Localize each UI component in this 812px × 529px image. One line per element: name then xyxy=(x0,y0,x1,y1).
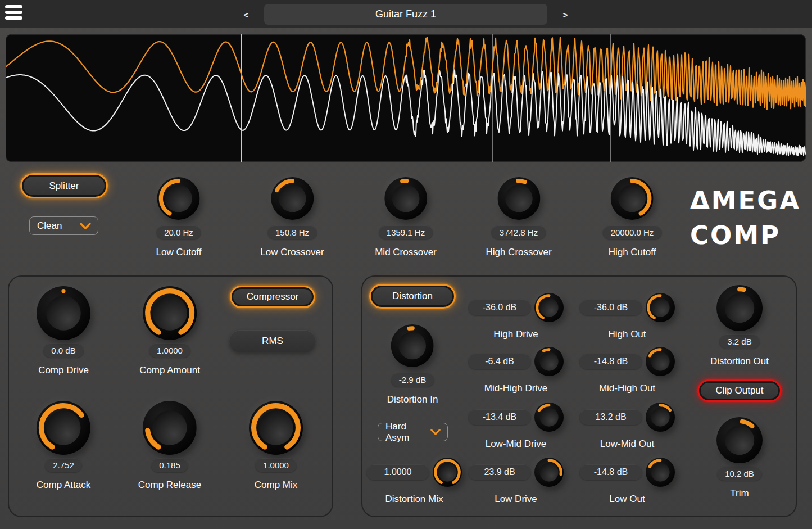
comp-mix-label: Comp Mix xyxy=(255,480,298,491)
mid-high-out-knob[interactable] xyxy=(646,347,675,376)
low-mid-drive-knob[interactable] xyxy=(534,403,564,432)
distortion-in-knob[interactable] xyxy=(391,324,434,367)
low-cutoff-value[interactable]: 20.0 Hz xyxy=(156,225,201,239)
low-drive-knob[interactable] xyxy=(534,458,564,487)
low-cutoff-knob[interactable] xyxy=(157,177,200,220)
mid-high-drive-label: Mid-High Drive xyxy=(484,383,547,394)
clip-output-button[interactable]: Clip Output xyxy=(697,379,782,402)
distortion-mix-knob[interactable] xyxy=(433,458,462,487)
high-cutoff-label: High Cutoff xyxy=(609,247,656,258)
high-drive-label: High Drive xyxy=(493,329,538,340)
comp-attack-value[interactable]: 2.752 xyxy=(45,458,82,472)
preset-next-button[interactable]: > xyxy=(559,8,572,21)
high-out-label: High Out xyxy=(608,329,646,340)
high-crossover-value[interactable]: 3742.8 Hz xyxy=(492,225,546,239)
distortion-in-value[interactable]: -2.9 dB xyxy=(391,373,434,387)
low-mid-drive-label: Low-Mid Drive xyxy=(486,438,547,450)
comp-mix-knob[interactable] xyxy=(249,401,303,455)
compressor-toggle-button[interactable]: Compressor xyxy=(230,286,315,308)
distortion-out-knob[interactable] xyxy=(716,285,763,331)
low-cutoff-label: Low Cutoff xyxy=(156,247,202,258)
mid-crossover-label: Mid Crossover xyxy=(375,247,437,258)
high-crossover-knob[interactable] xyxy=(497,177,540,220)
low-out-knob[interactable] xyxy=(646,458,675,487)
low-crossover-label: Low Crossover xyxy=(260,247,324,258)
comp-amount-value[interactable]: 1.0000 xyxy=(149,343,190,358)
high-drive-value[interactable]: -36.0 dB xyxy=(468,300,531,315)
low-mid-out-value[interactable]: 13.2 dB xyxy=(579,409,642,425)
mid-high-out-label: Mid-High Out xyxy=(599,383,655,394)
comp-release-value[interactable]: 0.185 xyxy=(151,458,188,472)
comp-release-knob[interactable] xyxy=(143,401,197,455)
low-out-label: Low Out xyxy=(609,494,645,505)
menu-icon[interactable] xyxy=(5,5,28,23)
low-drive-label: Low Drive xyxy=(495,494,537,505)
distortion-mix-value[interactable]: 1.0000 xyxy=(366,464,429,480)
low-mid-out-knob[interactable] xyxy=(646,403,675,432)
distortion-in-label: Distortion In xyxy=(387,394,438,405)
comp-amount-knob[interactable] xyxy=(143,286,197,340)
mid-high-drive-value[interactable]: -6.4 dB xyxy=(468,354,531,369)
high-cutoff-value[interactable]: 20000.0 Hz xyxy=(603,225,662,239)
rms-mode-button[interactable]: RMS xyxy=(229,330,316,352)
distortion-out-value[interactable]: 3.2 dB xyxy=(719,334,759,349)
brand-line-2: COMP xyxy=(690,218,797,253)
trim-label: Trim xyxy=(730,488,749,499)
trim-knob[interactable] xyxy=(716,417,763,463)
distortion-type-value: Hard Asym xyxy=(385,421,430,444)
splitter-toggle-button[interactable]: Splitter xyxy=(20,173,108,198)
mid-crossover-knob[interactable] xyxy=(384,177,427,220)
high-cutoff-knob[interactable] xyxy=(611,177,654,220)
comp-drive-knob[interactable] xyxy=(37,286,90,340)
comp-mix-value[interactable]: 1.0000 xyxy=(255,458,297,472)
low-mid-drive-value[interactable]: -13.4 dB xyxy=(468,409,531,425)
waveform-display xyxy=(6,34,806,162)
low-crossover-knob[interactable] xyxy=(271,177,314,220)
trim-value[interactable]: 10.2 dB xyxy=(717,467,762,481)
distortion-out-label: Distortion Out xyxy=(710,356,769,367)
brand-logo: ΔMEGA COMP xyxy=(690,183,797,253)
brand-line-1: ΔMEGA xyxy=(690,183,797,218)
chevron-down-icon xyxy=(79,222,92,230)
high-out-value[interactable]: -36.0 dB xyxy=(579,300,642,315)
distortion-toggle-button[interactable]: Distortion xyxy=(369,284,456,309)
high-crossover-label: High Crossover xyxy=(486,247,551,258)
high-out-knob[interactable] xyxy=(646,293,675,322)
comp-attack-label: Comp Attack xyxy=(37,480,90,491)
low-out-value[interactable]: -14.8 dB xyxy=(579,464,642,480)
comp-amount-label: Comp Amount xyxy=(139,365,200,376)
low-mid-out-label: Low-Mid Out xyxy=(600,438,654,450)
mid-high-out-value[interactable]: -14.8 dB xyxy=(579,354,642,369)
mid-high-drive-knob[interactable] xyxy=(534,347,564,376)
low-crossover-value[interactable]: 150.8 Hz xyxy=(267,225,317,239)
high-drive-knob[interactable] xyxy=(534,293,564,322)
wet-wave xyxy=(6,37,806,109)
comp-attack-knob[interactable] xyxy=(37,401,90,455)
distortion-mix-label: Distortion Mix xyxy=(385,494,443,505)
comp-drive-value[interactable]: 0.0 dB xyxy=(43,343,83,358)
top-bar: < Guitar Fuzz 1 > xyxy=(0,0,812,28)
comp-release-label: Comp Release xyxy=(138,480,201,491)
low-drive-value[interactable]: 23.9 dB xyxy=(468,464,531,480)
distortion-type-dropdown[interactable]: Hard Asym xyxy=(378,423,448,441)
preset-prev-button[interactable]: < xyxy=(239,8,253,21)
waveform-svg xyxy=(6,34,806,162)
split-mode-value: Clean xyxy=(37,220,62,232)
chevron-down-icon xyxy=(430,428,441,436)
preset-name-field[interactable]: Guitar Fuzz 1 xyxy=(264,4,547,25)
mid-crossover-value[interactable]: 1359.1 Hz xyxy=(379,225,433,239)
comp-drive-label: Comp Drive xyxy=(38,365,89,376)
split-mode-dropdown[interactable]: Clean xyxy=(29,216,98,235)
